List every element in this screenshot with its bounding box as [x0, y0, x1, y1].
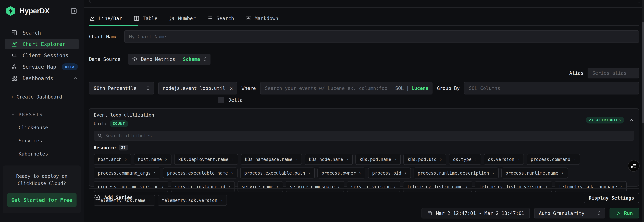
sidebar-item-service-map[interactable]: Service Map BETA	[0, 61, 84, 72]
chevron-right-icon: ›	[230, 170, 234, 176]
scrollbar-thumb[interactable]	[642, 22, 644, 123]
chevron-right-icon: ›	[295, 157, 298, 162]
attribute-chip-label: k8s.deployment.name	[178, 157, 228, 162]
preset-clickhouse[interactable]: ClickHouse	[18, 125, 84, 130]
delta-label: Delta	[228, 97, 242, 103]
attribute-chip[interactable]: host.name ›	[134, 154, 172, 165]
chevron-right-icon: ›	[492, 170, 495, 176]
attribute-chip-label: host.arch	[98, 157, 122, 162]
attribute-chip[interactable]: process.runtime.description ›	[414, 168, 499, 179]
metric-tag[interactable]: nodejs.event_loop.util ✕	[158, 82, 237, 94]
attribute-chip[interactable]: process.runtime.version ›	[94, 181, 168, 192]
attribute-chip[interactable]: process.executable.path ›	[240, 168, 315, 179]
chart-type-tabs: Line/Bar Table 1 2 3 Number Search	[89, 12, 639, 25]
attribute-chip[interactable]: process.command_args ›	[94, 168, 160, 179]
alias-input[interactable]	[588, 68, 639, 78]
presets-header[interactable]: PRESETS	[11, 112, 84, 117]
attribute-chip[interactable]: service.namespace ›	[286, 181, 344, 192]
sidebar-item-chart-explorer[interactable]: Chart Explorer	[5, 39, 79, 49]
tab-markdown[interactable]: Markdown	[245, 12, 278, 25]
attribute-chip[interactable]: k8s.pod.uid ›	[404, 154, 446, 165]
delta-row: Delta	[218, 97, 242, 103]
tab-search[interactable]: Search	[207, 12, 234, 25]
sidebar-item-search[interactable]: Search	[0, 27, 84, 38]
sql-toggle[interactable]: SQL	[395, 85, 404, 91]
chart-name-input[interactable]	[124, 30, 639, 43]
chart-name-row: Chart Name	[89, 30, 639, 43]
attribute-chip[interactable]: telemetry.sdk.version ›	[158, 195, 227, 206]
attribute-chip[interactable]: telemetry.distro.version ›	[475, 181, 552, 192]
attribute-chip[interactable]: os.version ›	[484, 154, 524, 165]
attribute-chip-label: k8s.pod.name	[360, 157, 391, 162]
plus-circle-icon	[94, 194, 100, 201]
chevron-right-icon: ›	[220, 198, 223, 203]
collapse-panel-icon[interactable]	[628, 117, 634, 123]
sidebar-item-dashboards[interactable]: Dashboards	[0, 73, 84, 84]
tab-line-bar[interactable]: Line/Bar	[89, 12, 122, 25]
group-by-input[interactable]	[464, 82, 639, 94]
attribute-search-input[interactable]	[94, 131, 634, 141]
sidebar-item-client-sessions[interactable]: Client Sessions	[0, 50, 84, 61]
chevron-right-icon: ›	[124, 157, 127, 162]
get-started-button[interactable]: Get Started for Free	[7, 193, 76, 207]
data-source-label: Data Source	[89, 56, 120, 62]
attribute-chip-label: process.owner	[322, 171, 356, 176]
attribute-chip[interactable]: k8s.namespace.name ›	[241, 154, 302, 165]
preset-services[interactable]: Services	[18, 138, 84, 144]
bottom-bar: 1 Mar 2 12:47:01 - Mar 2 13:47:01 Auto G…	[422, 208, 639, 219]
create-dashboard-button[interactable]: + Create Dashboard	[11, 94, 84, 100]
schema-link[interactable]: Schema	[183, 56, 200, 62]
attribute-chip[interactable]: os.type ›	[449, 154, 481, 165]
attribute-chip[interactable]: service.name ›	[238, 181, 283, 192]
series-row: 90th Percentile nodejs.event_loop.util ✕…	[89, 82, 639, 94]
remove-metric-icon[interactable]: ✕	[230, 85, 233, 91]
group-count-badge: 27	[119, 145, 128, 151]
select-chevrons-icon	[597, 210, 601, 216]
tab-number[interactable]: 1 2 3 Number	[168, 12, 196, 25]
attribute-chip[interactable]: process.command ›	[526, 154, 580, 165]
attribute-chip[interactable]: process.executable.name ›	[163, 168, 238, 179]
main-content: Line/Bar Table 1 2 3 Number Search	[84, 0, 644, 222]
lucene-toggle[interactable]: Lucene	[411, 85, 428, 91]
attribute-chip-label: process.runtime.name	[506, 171, 558, 176]
attribute-chip[interactable]: host.arch ›	[94, 154, 131, 165]
delta-checkbox[interactable]	[218, 97, 224, 103]
attribute-chip[interactable]: service.version ›	[347, 181, 400, 192]
time-range-picker[interactable]: 1 Mar 2 12:47:01 - Mar 2 13:47:01	[422, 208, 530, 219]
svg-text:2: 2	[170, 18, 171, 21]
attribute-chip[interactable]: process.owner ›	[318, 168, 366, 179]
chevron-right-icon: ›	[346, 157, 349, 162]
tab-label: Markdown	[255, 15, 278, 21]
unit-line: Unit: COUNT	[94, 120, 586, 127]
attribute-chip[interactable]: process.pid ›	[368, 168, 411, 179]
clickhouse-cloud-promo: Ready to deploy on ClickHouse Cloud? Get…	[3, 166, 81, 214]
where-input-wrap: SQL | Lucene	[260, 82, 432, 94]
sidebar-item-label: Chart Explorer	[23, 41, 76, 47]
attribute-chip[interactable]: k8s.deployment.name ›	[174, 154, 238, 165]
tab-table[interactable]: Table	[133, 12, 158, 25]
attribute-chip-label: k8s.node.name	[309, 157, 343, 162]
attribute-chip[interactable]: process.runtime.name ›	[502, 168, 568, 179]
preset-kubernetes[interactable]: Kubernetes	[18, 151, 84, 157]
sidebar-collapse-icon[interactable]	[70, 7, 78, 15]
run-button[interactable]: Run	[610, 208, 639, 219]
attribute-chip[interactable]: k8s.node.name ›	[304, 154, 352, 165]
add-series-button[interactable]: Add Series	[94, 194, 133, 201]
display-settings-button[interactable]: Display Settings	[584, 193, 639, 203]
search-icon	[97, 133, 102, 138]
aggregation-select[interactable]: 90th Percentile	[89, 82, 154, 94]
clipped-panel-edge	[89, 0, 640, 3]
attribute-chip[interactable]: service.instance.id ›	[171, 181, 235, 192]
feedback-widget-button[interactable]	[628, 160, 640, 172]
attribute-chip[interactable]: k8s.pod.name ›	[356, 154, 401, 165]
sidebar-item-label: Search	[23, 30, 78, 36]
panel-head: Event loop utilization Unit: COUNT 27 AT…	[94, 112, 634, 127]
attribute-chip[interactable]: telemetry.distro.name ›	[403, 181, 472, 192]
list-icon	[207, 15, 213, 21]
attribute-chip[interactable]: telemetry.sdk.language ›	[555, 181, 626, 192]
data-source-select[interactable]: Demo Metrics Schema	[128, 54, 210, 65]
granularity-select[interactable]: Auto Granularity	[534, 208, 605, 219]
chevron-right-icon: ›	[573, 157, 576, 162]
divider	[84, 73, 566, 73]
markdown-icon	[245, 15, 252, 21]
